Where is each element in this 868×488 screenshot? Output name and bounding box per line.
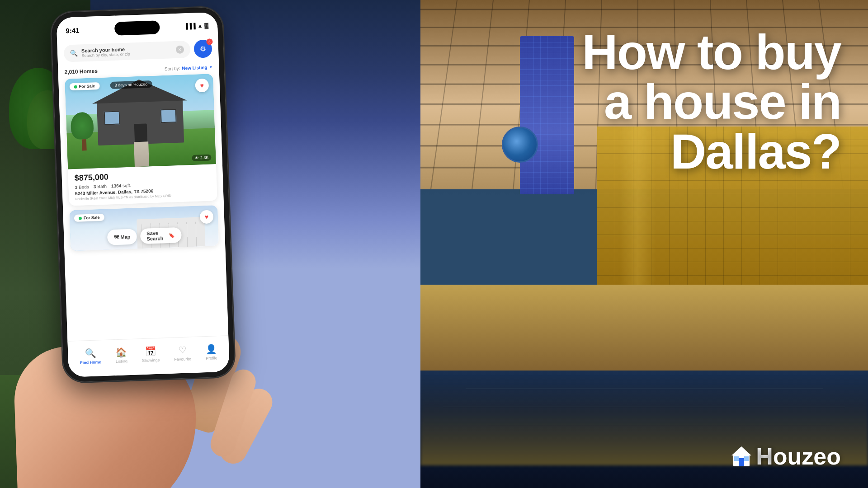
sort-arrow-icon: ▼	[209, 65, 212, 69]
search-icon: 🔍	[70, 50, 78, 57]
listing-icon: 🏠	[115, 347, 127, 358]
water	[420, 371, 868, 488]
ripple-2	[443, 407, 845, 407]
houzeo-logo-text: HH ouzeo	[756, 443, 841, 470]
map-icon: 🗺	[113, 235, 118, 240]
ripple-1	[466, 389, 823, 389]
ripple-3	[488, 425, 832, 425]
right-overlay: How to buy a house in Dallas?	[582, 27, 841, 176]
phone-frame: 9:41 ▐▐▐ ▲ ▓ 🔍 Search your home Search	[51, 6, 235, 383]
views-count: 👁 2.3K	[192, 154, 212, 161]
beds-count: 3	[75, 185, 77, 190]
nav-showings[interactable]: 📅 Showings	[142, 346, 160, 363]
svg-rect-3	[734, 456, 739, 461]
showings-label: Showings	[142, 358, 160, 363]
listing-image-2: For Sale ♥ 🗺 Map Save Search	[69, 205, 219, 251]
beds-detail: 3 Beds	[75, 184, 89, 190]
status-icons: ▐▐▐ ▲ ▓	[184, 22, 209, 29]
results-count: 2,010 Homes	[64, 68, 98, 75]
nav-listing[interactable]: 🏠 Listing	[115, 347, 127, 364]
beds-label: Beds	[79, 184, 89, 190]
houzeo-logo: HH ouzeo	[730, 443, 841, 470]
window-right	[160, 109, 177, 123]
for-sale-dot	[74, 85, 77, 88]
dynamic-island	[114, 20, 160, 35]
save-search-label: Save Search	[146, 230, 167, 242]
eye-icon: 👁	[195, 155, 199, 160]
overlay-buttons: 🗺 Map Save Search 🔖	[107, 227, 182, 245]
listing-info-1: $875,000 3 Beds 3 Bath 1364	[68, 164, 217, 206]
map-label: Map	[120, 234, 130, 240]
headline-line3: Dallas?	[582, 127, 841, 176]
profile-label: Profile	[206, 356, 217, 361]
baths-detail: 3 Bath	[94, 184, 107, 189]
map-button[interactable]: 🗺 Map	[107, 229, 137, 245]
showings-icon: 📅	[145, 346, 156, 357]
nav-find-home[interactable]: 🔍 Find Home	[80, 347, 101, 365]
tower-windows	[520, 36, 574, 194]
tree-trunk	[81, 139, 86, 150]
baths-label: Bath	[97, 184, 107, 189]
nav-favourite[interactable]: ♡ Favourite	[174, 344, 191, 361]
days-on-badge: 8 days on Houzeo	[110, 80, 152, 89]
signal-icon: ▐▐▐	[184, 23, 196, 29]
search-bar[interactable]: 🔍 Search your home Search by city, state…	[64, 41, 191, 62]
walkway	[134, 141, 149, 167]
filter-badge: 3	[206, 38, 212, 45]
door	[134, 123, 148, 144]
views-number: 2.3K	[200, 155, 209, 160]
app-content: 🔍 Search your home Search by city, state…	[57, 35, 230, 377]
sort-section[interactable]: Sort by: New Listing ▼	[165, 65, 213, 71]
phone-screen: 9:41 ▐▐▐ ▲ ▓ 🔍 Search your home Search	[56, 12, 230, 377]
save-search-button[interactable]: Save Search 🔖	[140, 227, 182, 244]
houzeo-h: HH	[756, 443, 773, 470]
profile-icon: 👤	[205, 343, 217, 355]
search-text-wrapper: Search your home Search by city, state, …	[81, 45, 173, 58]
baths-count: 3	[94, 184, 96, 189]
svg-rect-2	[739, 458, 744, 466]
for-sale-badge: For Sale	[69, 82, 99, 90]
blue-tower	[520, 36, 574, 194]
search-clear-button[interactable]: ✕	[176, 45, 184, 54]
filter-icon: ⚙	[200, 44, 207, 53]
nav-profile[interactable]: 👤 Profile	[205, 343, 217, 361]
tree-left	[73, 112, 94, 151]
wifi-icon: ▲	[197, 23, 203, 29]
listing-card-1[interactable]: For Sale 8 days on Houzeo ♥ 👁 2.3K	[65, 74, 217, 206]
beam-v1	[430, 0, 458, 189]
listing-label: Listing	[116, 359, 127, 364]
headline-line2: a house in	[582, 77, 841, 127]
listing-image-1: For Sale 8 days on Houzeo ♥ 👁 2.3K	[65, 74, 216, 169]
for-sale-label-2: For Sale	[84, 215, 100, 220]
sqft-detail: 1364 sqft.	[111, 183, 132, 189]
sort-value: New Listing	[182, 65, 207, 70]
battery-icon: ▓	[204, 22, 208, 28]
for-sale-label: For Sale	[79, 84, 95, 89]
plaza	[420, 285, 868, 375]
sort-label: Sort by:	[165, 66, 180, 71]
find-home-label: Find Home	[80, 360, 101, 365]
svg-rect-4	[744, 456, 749, 461]
houzeo-house-icon	[730, 445, 753, 468]
house-body	[97, 100, 184, 146]
houzeo-rest: ouzeo	[773, 443, 841, 469]
for-sale-dot-2	[79, 216, 82, 220]
days-on-text: 8 days on Houzeo	[115, 82, 148, 88]
headline-line1: How to buy	[582, 27, 841, 77]
filter-button[interactable]: ⚙ 3	[193, 39, 212, 58]
beam-h1	[420, 9, 868, 10]
bottom-nav: 🔍 Find Home 🏠 Listing 📅 Showings ♡ Favou…	[67, 335, 230, 377]
sqft-label: sqft.	[123, 183, 131, 188]
status-time: 9:41	[66, 26, 80, 34]
beam-v2	[472, 0, 494, 189]
find-home-icon: 🔍	[85, 348, 96, 359]
listing-card-2[interactable]: For Sale ♥ 🗺 Map Save Search	[69, 205, 219, 251]
sqft-count: 1364	[111, 183, 122, 188]
favourite-icon: ♡	[178, 345, 187, 356]
bookmark-icon: 🔖	[169, 232, 175, 238]
tree-top	[71, 112, 94, 140]
headline: How to buy a house in Dallas?	[582, 27, 841, 176]
dome	[502, 127, 538, 163]
svg-marker-1	[731, 446, 751, 455]
favourite-label: Favourite	[174, 357, 191, 361]
